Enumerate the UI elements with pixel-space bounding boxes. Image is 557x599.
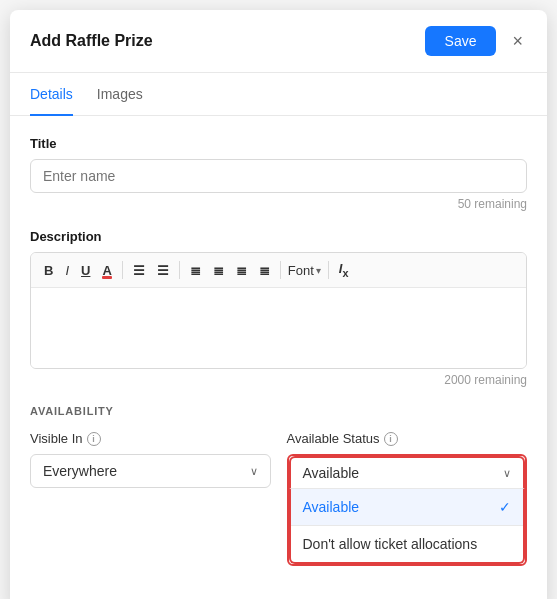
add-raffle-prize-modal: Add Raffle Prize Save × Details Images T… — [10, 10, 547, 599]
description-section: Description B I U A ☰ ☰ ≣ — [30, 229, 527, 387]
bold-button[interactable]: B — [39, 261, 58, 280]
tab-images[interactable]: Images — [97, 74, 143, 116]
toolbar-divider-1 — [122, 261, 123, 279]
tab-details[interactable]: Details — [30, 74, 73, 116]
visible-in-arrow-icon: ∨ — [250, 465, 258, 478]
font-select-label: Font — [288, 263, 314, 278]
modal-body: Title 50 remaining Description B I U A — [10, 116, 547, 586]
align-center-button[interactable]: ≣ — [208, 261, 229, 280]
availability-title: AVAILABILITY — [30, 405, 527, 417]
available-status-info-icon: i — [384, 432, 398, 446]
clear-format-button[interactable]: Ix — [334, 259, 354, 281]
title-section: Title 50 remaining — [30, 136, 527, 211]
available-status-col: Available Status i Available ∨ Available… — [287, 431, 528, 566]
visible-in-dropdown[interactable]: Everywhere ∨ — [30, 454, 271, 488]
description-label: Description — [30, 229, 527, 244]
available-status-arrow-icon: ∨ — [503, 467, 511, 480]
header-actions: Save × — [425, 26, 527, 56]
unordered-list-button[interactable]: ☰ — [152, 261, 174, 280]
visible-in-label: Visible In i — [30, 431, 271, 446]
editor-container: B I U A ☰ ☰ ≣ ≣ ≣ ≣ — [30, 252, 527, 369]
font-select[interactable]: Font ▾ — [288, 263, 321, 278]
title-char-count: 50 remaining — [30, 197, 527, 211]
toolbar-divider-2 — [179, 261, 180, 279]
modal-title: Add Raffle Prize — [30, 32, 153, 50]
toolbar-divider-3 — [280, 261, 281, 279]
visible-in-col: Visible In i Everywhere ∨ — [30, 431, 271, 566]
align-left-button[interactable]: ≣ — [185, 261, 206, 280]
font-color-bar — [102, 276, 111, 279]
dropdown-item-available[interactable]: Available ✓ — [291, 489, 524, 525]
ordered-list-button[interactable]: ☰ — [128, 261, 150, 280]
available-status-menu: Available ✓ Don't allow ticket allocatio… — [289, 488, 526, 564]
save-button[interactable]: Save — [425, 26, 497, 56]
editor-toolbar: B I U A ☰ ☰ ≣ ≣ ≣ ≣ — [31, 253, 526, 288]
align-justify-button[interactable]: ≣ — [254, 261, 275, 280]
title-label: Title — [30, 136, 527, 151]
modal-header: Add Raffle Prize Save × — [10, 10, 547, 73]
editor-area[interactable] — [31, 288, 526, 368]
visible-in-info-icon: i — [87, 432, 101, 446]
font-color-button[interactable]: A — [97, 261, 116, 280]
available-status-dropdown-open: Available ∨ Available ✓ Don't allow tick… — [287, 454, 528, 566]
italic-button[interactable]: I — [60, 261, 74, 280]
dropdown-item-no-allocation[interactable]: Don't allow ticket allocations — [291, 526, 524, 562]
availability-row: Visible In i Everywhere ∨ Available Stat… — [30, 431, 527, 566]
available-status-label: Available Status i — [287, 431, 528, 446]
title-input[interactable] — [30, 159, 527, 193]
check-icon: ✓ — [499, 499, 511, 515]
description-char-count: 2000 remaining — [30, 373, 527, 387]
toolbar-divider-4 — [328, 261, 329, 279]
align-right-button[interactable]: ≣ — [231, 261, 252, 280]
availability-section: AVAILABILITY Visible In i Everywhere ∨ — [30, 405, 527, 566]
close-button[interactable]: × — [508, 30, 527, 52]
available-status-trigger[interactable]: Available ∨ — [289, 456, 526, 488]
font-select-arrow: ▾ — [316, 265, 321, 276]
tabs-bar: Details Images — [10, 73, 547, 116]
underline-button[interactable]: U — [76, 261, 95, 280]
